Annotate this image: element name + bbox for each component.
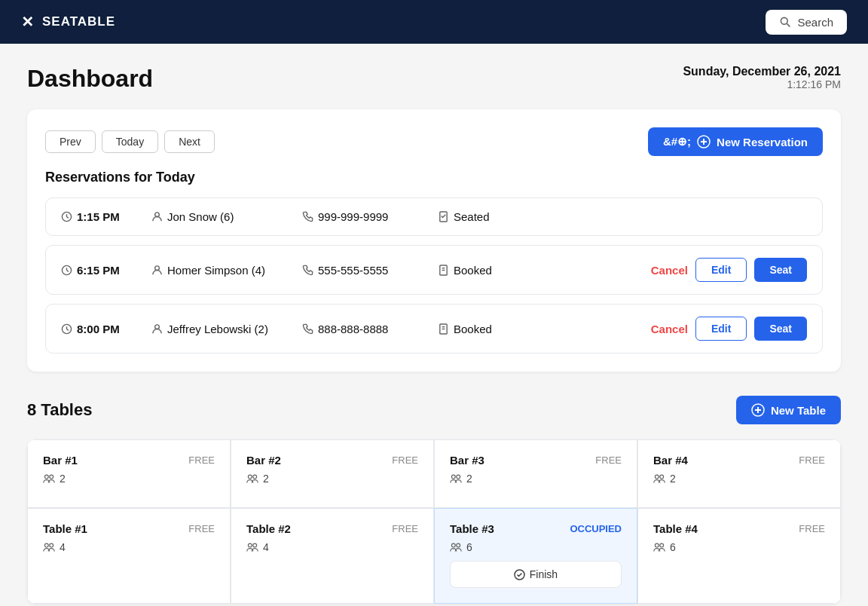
reservation-name-1: Jon Snow (6) bbox=[151, 210, 302, 223]
svg-point-28 bbox=[660, 475, 664, 479]
search-button[interactable]: Search bbox=[766, 10, 847, 35]
phone-icon bbox=[302, 265, 313, 276]
capacity-icon bbox=[246, 541, 258, 553]
reservation-phone-3: 888-888-8888 bbox=[302, 323, 438, 335]
status-icon bbox=[438, 323, 449, 335]
clock-icon bbox=[61, 323, 72, 335]
new-reservation-icon bbox=[697, 135, 711, 148]
table-status: FREE bbox=[799, 523, 825, 534]
finish-button[interactable]: Finish bbox=[450, 561, 622, 588]
table-capacity: 4 bbox=[43, 541, 215, 553]
table-cell-bar3[interactable]: Bar #3 FREE 2 bbox=[434, 439, 637, 508]
page-title: Dashboard bbox=[27, 65, 153, 93]
new-reservation-button[interactable]: &#⊕; New Reservation bbox=[648, 127, 823, 156]
edit-button-3[interactable]: Edit bbox=[695, 317, 747, 341]
table-status: FREE bbox=[595, 454, 622, 466]
svg-point-26 bbox=[457, 475, 460, 479]
table-cell-bar1[interactable]: Bar #1 FREE 2 bbox=[27, 439, 231, 508]
table-capacity: 6 bbox=[450, 541, 622, 553]
status-icon bbox=[438, 211, 449, 222]
table-capacity: 2 bbox=[450, 473, 622, 485]
svg-point-9 bbox=[155, 265, 160, 270]
table-status: FREE bbox=[188, 454, 215, 466]
table-cell-header: Table #2 FREE bbox=[246, 522, 418, 535]
seat-button-3[interactable]: Seat bbox=[754, 317, 807, 341]
table-cell-header: Table #1 FREE bbox=[43, 522, 215, 535]
reservations-title: Reservations for Today bbox=[45, 170, 823, 185]
seat-button-2[interactable]: Seat bbox=[754, 258, 807, 282]
table-cell-header: Table #4 FREE bbox=[653, 522, 825, 535]
table-status: FREE bbox=[392, 523, 418, 534]
time-text: 1:12:16 PM bbox=[683, 78, 841, 90]
reservation-status-1: Seated bbox=[438, 210, 807, 223]
svg-point-32 bbox=[253, 543, 257, 547]
date-text: Sunday, December 26, 2021 bbox=[683, 65, 841, 78]
svg-point-25 bbox=[451, 475, 455, 479]
person-icon bbox=[151, 323, 163, 335]
reservation-row: 8:00 PM Jeffrey Lebowski (2) 888-888-888… bbox=[45, 304, 823, 354]
tables-header: 8 Tables New Table bbox=[27, 396, 841, 424]
cancel-button-3[interactable]: Cancel bbox=[651, 323, 688, 335]
reservation-name-3: Jeffrey Lebowski (2) bbox=[151, 323, 302, 335]
table-capacity: 2 bbox=[653, 473, 825, 485]
table-cell-header: Bar #2 FREE bbox=[246, 454, 418, 467]
table-cell-2[interactable]: Table #2 FREE 4 bbox=[231, 508, 434, 604]
prev-button[interactable]: Prev bbox=[45, 130, 96, 153]
table-cell-bar4[interactable]: Bar #4 FREE 2 bbox=[637, 439, 841, 508]
table-cell-4[interactable]: Table #4 FREE 6 bbox=[637, 508, 841, 604]
table-name: Bar #2 bbox=[246, 454, 281, 467]
person-icon bbox=[151, 211, 163, 222]
table-cell-1[interactable]: Table #1 FREE 4 bbox=[27, 508, 231, 604]
new-table-button[interactable]: New Table bbox=[736, 396, 841, 424]
main-content: Dashboard Sunday, December 26, 2021 1:12… bbox=[0, 44, 868, 606]
table-status: FREE bbox=[188, 523, 215, 534]
table-status: FREE bbox=[392, 454, 418, 466]
svg-point-24 bbox=[253, 475, 257, 479]
table-capacity: 2 bbox=[246, 473, 418, 485]
capacity-icon bbox=[653, 473, 665, 485]
table-cell-header: Bar #1 FREE bbox=[43, 454, 215, 467]
svg-line-1 bbox=[787, 23, 790, 26]
clock-icon bbox=[61, 265, 72, 276]
table-cell-bar2[interactable]: Bar #2 FREE 2 bbox=[231, 439, 434, 508]
today-button[interactable]: Today bbox=[102, 130, 158, 153]
capacity-icon bbox=[450, 541, 462, 553]
phone-icon bbox=[302, 323, 313, 335]
capacity-icon bbox=[653, 541, 665, 553]
svg-point-33 bbox=[451, 543, 455, 547]
next-button[interactable]: Next bbox=[164, 130, 215, 153]
reservation-name-2: Homer Simpson (4) bbox=[151, 264, 302, 277]
svg-point-14 bbox=[155, 324, 160, 329]
plus-circle-icon: &#⊕; bbox=[663, 135, 691, 148]
reservation-status-3: Booked bbox=[438, 323, 651, 335]
edit-button-2[interactable]: Edit bbox=[695, 258, 747, 282]
svg-point-0 bbox=[781, 17, 788, 24]
svg-point-34 bbox=[457, 543, 460, 547]
new-reservation-label: New Reservation bbox=[717, 136, 808, 148]
reservation-phone-1: 999-999-9999 bbox=[302, 210, 438, 223]
reservation-phone-2: 555-555-5555 bbox=[302, 264, 438, 277]
table-name: Bar #4 bbox=[653, 454, 688, 467]
reservation-actions-2: Cancel Edit Seat bbox=[651, 258, 807, 282]
table-status: OCCUPIED bbox=[570, 523, 622, 534]
svg-point-36 bbox=[655, 543, 659, 547]
table-capacity: 4 bbox=[246, 541, 418, 553]
logo-icon: ✕ bbox=[21, 13, 35, 31]
search-icon bbox=[779, 16, 791, 28]
nav-row: Prev Today Next &#⊕; New Reservation bbox=[45, 127, 823, 156]
reservation-row: 1:15 PM Jon Snow (6) 999-999-9999 bbox=[45, 197, 823, 236]
new-table-label: New Table bbox=[771, 404, 826, 417]
table-name: Table #3 bbox=[450, 522, 494, 535]
svg-point-27 bbox=[655, 475, 659, 479]
finish-label: Finish bbox=[530, 568, 558, 580]
table-cell-header: Bar #3 FREE bbox=[450, 454, 622, 467]
svg-point-31 bbox=[248, 543, 252, 547]
svg-point-21 bbox=[44, 475, 48, 479]
table-status: FREE bbox=[799, 454, 825, 466]
reservation-time-2: 6:15 PM bbox=[61, 264, 151, 277]
table-cell-3[interactable]: Table #3 OCCUPIED 6 Finish bbox=[434, 508, 637, 604]
capacity-icon bbox=[246, 473, 258, 485]
cancel-button-2[interactable]: Cancel bbox=[651, 264, 688, 277]
capacity-icon bbox=[450, 473, 462, 485]
capacity-icon bbox=[43, 541, 55, 553]
